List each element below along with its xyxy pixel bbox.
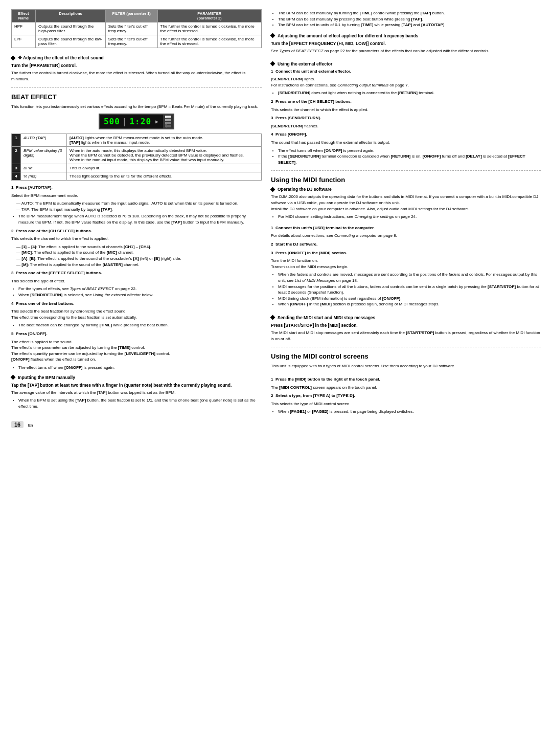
tap-body: The average value of the intervals at wh… bbox=[11, 390, 262, 396]
table-row: LPF Outputs the sound through the low-pa… bbox=[12, 35, 262, 48]
bpm-row-num-1: 1 bbox=[12, 134, 21, 147]
list-item: For the types of effects, see Types of B… bbox=[18, 286, 262, 292]
bpm-notes-list: The BPM can be set manually by turning t… bbox=[278, 10, 541, 28]
bpm-time-value: 1:20 bbox=[129, 117, 151, 126]
effect-desc-lpf: Outputs the sound through the low-pass f… bbox=[36, 35, 106, 48]
bpm-row-desc-4: These light according to the units for t… bbox=[67, 172, 262, 181]
effect-filter-lpf: Sets the filter's cut-off frequency. bbox=[105, 35, 157, 48]
effect-name-lpf: LPF bbox=[12, 35, 36, 48]
list-item: [A], [B]: The effect is applied to the s… bbox=[16, 256, 262, 262]
diamond-icon bbox=[11, 55, 16, 60]
diamond-icon bbox=[270, 187, 275, 192]
diamond-icon bbox=[270, 61, 275, 66]
col-filter: FILTER (parameter 1) bbox=[105, 10, 157, 23]
adjust-frequency-title: Adjusting the amount of effect applied f… bbox=[271, 33, 541, 38]
inputting-bpm-title: Inputting the BPM manually bbox=[11, 375, 262, 380]
effect-frequency-label: Turn the [EFFECT FREQUENCY (HI, MID, LOW… bbox=[271, 40, 541, 47]
list-item: When the BPM is set using the [TAP] butt… bbox=[18, 397, 262, 409]
bpm-bar-2: 2 bbox=[165, 119, 171, 121]
list-item: [MIC]: The effect is applied to the soun… bbox=[16, 250, 262, 256]
diamond-icon bbox=[11, 375, 16, 380]
ext-step-3: 3 Press [SEND/RETURN]. [SEND/RETURN] fla… bbox=[271, 115, 541, 129]
start-stop-label: Press [START/STOP] in the [MIDI] section… bbox=[271, 322, 541, 328]
bpm-icon: ▶ bbox=[155, 119, 159, 124]
list-item: The BPM measurement range when AUTO is s… bbox=[18, 213, 262, 225]
bpm-display-area: 500 | 1:20 ▶ 1 2 3 4 bbox=[11, 114, 262, 129]
col-effect-name: Effect Name bbox=[12, 10, 36, 23]
inputting-bpm-section: Inputting the BPM manually Tap the [TAP]… bbox=[11, 375, 262, 410]
effect-frequency-body: See Types of BEAT EFFECT on page 22 for … bbox=[271, 48, 541, 54]
table-row: 4 % (ms) These light according to the un… bbox=[12, 172, 262, 181]
page-en-label: En bbox=[28, 423, 33, 428]
list-item: [SEND/RETURN] does not light when nothin… bbox=[278, 90, 541, 96]
col-descriptions: Descriptions bbox=[36, 10, 106, 23]
sending-midi-title: Sending the MIDI start and MIDI stop mes… bbox=[271, 315, 541, 320]
table-row: 1 AUTO (TAP) [AUTO] lights when the BPM … bbox=[12, 134, 262, 147]
beat-effect-intro: This function lets you instantaneously s… bbox=[11, 104, 262, 110]
list-item: The BPM can be set manually by pressing … bbox=[278, 16, 541, 23]
bpm-row-desc-3: This is always lit. bbox=[67, 164, 262, 172]
effect-name-hpf: HPF bbox=[12, 23, 36, 35]
list-item: TAP: The BPM is input manually by tappin… bbox=[16, 207, 262, 213]
bpm-row-desc-2: When in the auto mode, this displays the… bbox=[67, 147, 262, 164]
adjust-effect-sound-section: ❖ Adjusting the effect of the effect sou… bbox=[11, 55, 262, 82]
bpm-row-num-3: 3 bbox=[12, 164, 21, 172]
table-row: 3 BPM This is always lit. bbox=[12, 164, 262, 172]
parameter-control-label: Turn the [PARAMETER] control. bbox=[11, 62, 262, 69]
bpm-row-label-4: % (ms) bbox=[21, 172, 67, 181]
col-parameter: PARAMETER(parameter 2) bbox=[157, 10, 261, 23]
bpm-separator: | bbox=[122, 117, 128, 126]
list-item: [M]: The effect is applied to the sound … bbox=[16, 262, 262, 268]
start-stop-body: The MIDI start and MIDI stop messages ar… bbox=[271, 330, 541, 342]
bpm-bar-1: 1 bbox=[165, 116, 171, 118]
divider-1 bbox=[11, 87, 262, 88]
sending-midi-section: Sending the MIDI start and MIDI stop mes… bbox=[271, 315, 541, 342]
midi-control-screens-section: Using the MIDI control screens This unit… bbox=[271, 352, 541, 415]
bpm-value: 500 bbox=[104, 117, 120, 126]
using-midi-title: Using the MIDI function bbox=[271, 176, 541, 184]
list-item: The BPM can be set in units of 0.1 by tu… bbox=[278, 22, 541, 28]
list-item: AUTO: The BPM is automatically measured … bbox=[16, 201, 262, 207]
beat-effect-section: BEAT EFFECT This function lets you insta… bbox=[11, 93, 262, 371]
ext-step-2: 2 Press one of the [CH SELECT] buttons. … bbox=[271, 99, 541, 113]
list-item: When [ON/OFF] in the [MIDI] section is p… bbox=[278, 301, 541, 307]
step-3: 3 Press one of the [EFFECT SELECT] butto… bbox=[11, 270, 262, 298]
external-effector-section: Using the external effector 1 Connect th… bbox=[271, 61, 541, 166]
effect-param-hpf: The further the control is turned clockw… bbox=[157, 23, 261, 35]
using-midi-section: Using the MIDI function Operating the DJ… bbox=[271, 176, 541, 307]
step-5: 5 Press [ON/OFF]. The effect is applied … bbox=[11, 331, 262, 371]
list-item: The effect turns off when [ON/OFF] is pr… bbox=[278, 148, 541, 154]
adjust-frequency-section: Adjusting the amount of effect applied f… bbox=[271, 33, 541, 54]
effect-desc-hpf: Outputs the sound through the high-pass … bbox=[36, 23, 106, 35]
ext-step-1: 1 Connect this unit and external effecto… bbox=[271, 69, 541, 96]
list-item: MIDI messages for the positions of all t… bbox=[278, 284, 541, 296]
bpm-row-label-3: BPM bbox=[21, 164, 67, 172]
bpm-row-num-4: 4 bbox=[12, 172, 21, 181]
list-item: [1] – [4]: The effect is applied to the … bbox=[16, 244, 262, 250]
list-item: When [PAGE1] or [PAGE2] is pressed, the … bbox=[278, 409, 541, 415]
external-effector-title: Using the external effector bbox=[271, 61, 541, 66]
list-item: The BPM can be set manually by turning t… bbox=[278, 10, 541, 16]
bpm-row-label-2: BPM value display (3 digits) bbox=[21, 147, 67, 164]
list-item: The beat fraction can be changed by turn… bbox=[18, 322, 262, 328]
bpm-bar-3: 3 bbox=[165, 122, 171, 124]
midi-control-title: Using the MIDI control screens bbox=[271, 352, 541, 360]
parameter-control-body: The further the control is turned clockw… bbox=[11, 70, 262, 82]
bpm-bar-4: 4 bbox=[165, 125, 171, 127]
table-row: 2 BPM value display (3 digits) When in t… bbox=[12, 147, 262, 164]
divider-3 bbox=[271, 347, 541, 347]
effect-filter-hpf: Sets the filter's cut-off frequency. bbox=[105, 23, 157, 35]
midi-step-1: 1 Connect this unit's [USB] terminal to … bbox=[271, 225, 541, 239]
step-2: 2 Press one of the [CH SELECT] buttons. … bbox=[11, 228, 262, 268]
list-item: MIDI timing clock (BPM information) is s… bbox=[278, 296, 541, 302]
page-number: 16 bbox=[11, 421, 24, 428]
midi-step-3: 3 Press [ON/OFF] in the [MIDI] section. … bbox=[271, 250, 541, 307]
list-item: When the faders and controls are moved, … bbox=[278, 272, 541, 283]
list-item: The effect turns off when [ON/OFF] is pr… bbox=[18, 365, 262, 371]
list-item: If the [SEND/RETURN] terminal connection… bbox=[278, 153, 541, 165]
ext-step-4: 4 Press [ON/OFF]. The sound that has pas… bbox=[271, 131, 541, 165]
adjust-effect-title: ❖ Adjusting the effect of the effect sou… bbox=[11, 55, 262, 60]
operating-dj-title: Operating the DJ software bbox=[271, 187, 541, 192]
divider-2 bbox=[271, 170, 541, 171]
beat-effect-title: BEAT EFFECT bbox=[11, 93, 262, 101]
